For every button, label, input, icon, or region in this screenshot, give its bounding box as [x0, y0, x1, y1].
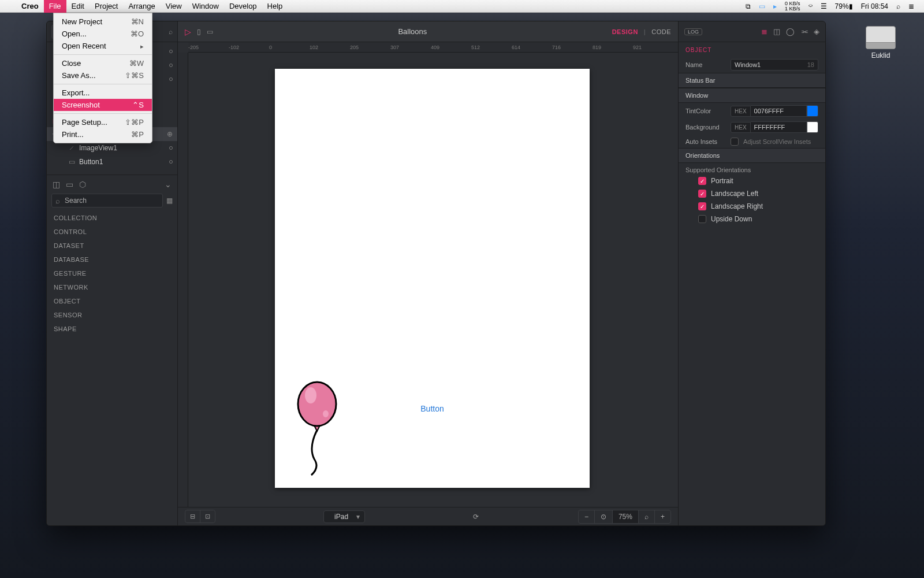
name-input[interactable]: Window118 — [731, 59, 818, 71]
zoom-in-button[interactable]: + — [655, 510, 670, 523]
menu-close[interactable]: Close⌘W — [54, 57, 152, 69]
network-stats: 0 KB/s1 KB/s — [781, 1, 804, 12]
inspector-tab-style-icon[interactable]: ◯ — [786, 27, 795, 36]
rotate-icon[interactable]: ⟳ — [473, 513, 479, 521]
dropbox-icon[interactable]: ⧉ — [742, 2, 755, 10]
balloon-image[interactable] — [297, 378, 349, 476]
menu-develop[interactable]: Develop — [224, 0, 262, 13]
canvas-button[interactable]: Button — [420, 404, 444, 413]
cat-object[interactable]: OBJECT — [54, 298, 170, 305]
zoom-fit-button[interactable]: ⊙ — [595, 510, 613, 523]
menu-save-as[interactable]: Save As...⇧⌘S — [54, 69, 152, 81]
device-selector[interactable]: iPad — [323, 510, 365, 523]
align-buttons[interactable]: ⊟⊡ — [185, 510, 215, 523]
document-title: Balloons — [219, 27, 606, 36]
cat-gesture[interactable]: GESTURE — [54, 270, 170, 277]
zoom-out-button[interactable]: − — [579, 510, 595, 523]
palette-search-input[interactable]: Search — [51, 194, 163, 208]
cat-sensor[interactable]: SENSOR — [54, 312, 170, 318]
tint-hex-input[interactable]: 0076FFFF — [751, 105, 807, 117]
object-header: OBJECT — [679, 42, 825, 57]
canvas-area[interactable]: -205-1020102205307409512614716819921 But… — [178, 42, 678, 507]
inspector-tab-list-icon[interactable]: ≣ — [761, 27, 767, 36]
bg-swatch[interactable] — [807, 121, 818, 133]
play-status-icon[interactable]: ▸ — [769, 2, 781, 10]
creo-app-window: ◧ ⌕ ▣Balloon2 ▣Balloon3 ▣Balloon4 ◯Globa… — [46, 21, 826, 526]
cat-database[interactable]: DATABASE — [54, 256, 170, 263]
menu-file[interactable]: File — [44, 0, 66, 13]
menu-export[interactable]: Export... — [54, 87, 152, 99]
cat-control[interactable]: CONTROL — [54, 228, 170, 235]
orient-landscape-right[interactable]: ✓Landscape Right — [679, 200, 825, 213]
cat-shape[interactable]: SHAPE — [54, 325, 170, 332]
orientations-section[interactable]: Orientations — [679, 148, 825, 163]
palette-tab-2[interactable]: ▭ — [66, 180, 73, 189]
menu-open-recent[interactable]: Open Recent — [54, 40, 152, 52]
cat-collection[interactable]: COLLECTION — [54, 214, 170, 221]
canvas-panel: ▷ ▯ ▭ Balloons DESIGN | CODE -205-102010… — [178, 21, 678, 525]
zoom-value[interactable]: 75% — [613, 510, 639, 523]
cat-network[interactable]: NETWORK — [54, 284, 170, 291]
inspector-tab-link-icon[interactable]: ⫘ — [800, 27, 808, 36]
inspector-tab-eye-icon[interactable]: ◈ — [814, 27, 819, 36]
menu-separator — [54, 113, 152, 114]
menu-help[interactable]: Help — [262, 0, 288, 13]
orient-landscape-left[interactable]: ✓Landscape Left — [679, 187, 825, 200]
window-section[interactable]: Window — [679, 88, 825, 103]
menu-separator — [54, 54, 152, 55]
orient-portrait[interactable]: ✓Portrait — [679, 175, 825, 187]
desktop-disk[interactable]: Euklid — [860, 26, 901, 60]
wifi-icon[interactable]: ⌔ — [804, 2, 817, 10]
menu-print[interactable]: Print...⌘P — [54, 128, 152, 140]
file-menu-dropdown: New Project⌘N Open...⌘O Open Recent Clos… — [53, 13, 152, 143]
autoinsets-checkbox[interactable] — [731, 138, 739, 146]
chevron-down-icon[interactable]: ⌄ — [165, 180, 172, 189]
monitor-icon[interactable]: ▭ — [755, 2, 769, 10]
search-icon[interactable]: ⌕ — [169, 28, 173, 36]
statusbar-section[interactable]: Status Bar — [679, 73, 825, 88]
log-button[interactable]: LOG — [684, 28, 702, 35]
svg-point-1 — [298, 382, 336, 426]
grid-icon[interactable]: ▦ — [166, 197, 173, 205]
control-center-icon[interactable]: ☰ — [817, 2, 831, 10]
align-h-icon[interactable]: ⊟ — [185, 510, 200, 523]
device-tablet-icon[interactable]: ▭ — [207, 28, 213, 36]
menu-page-setup[interactable]: Page Setup...⇧⌘P — [54, 116, 152, 128]
orient-upside-down[interactable]: Upside Down — [679, 213, 825, 225]
checkbox-checked-icon: ✓ — [698, 190, 706, 198]
menu-project[interactable]: Project — [90, 0, 123, 13]
tree-item-button1[interactable]: ▭Button1 — [47, 155, 177, 169]
spotlight-icon[interactable]: ⌕ — [892, 2, 904, 10]
clock[interactable]: Fri 08:54 — [857, 2, 892, 10]
battery-status[interactable]: 79% ▮ — [831, 2, 857, 10]
palette-tab-3[interactable]: ⬡ — [79, 180, 86, 189]
menu-new-project[interactable]: New Project⌘N — [54, 16, 152, 28]
mac-menubar: Creo File Edit Project Arrange View Wind… — [0, 0, 924, 13]
notifications-icon[interactable]: ≣ — [904, 2, 918, 10]
cat-dataset[interactable]: DATASET — [54, 242, 170, 249]
play-button[interactable]: ▷ — [185, 27, 191, 36]
component-palette: ◫ ▭ ⬡ ⌄ Search ▦ COLLECTION CONTROL DATA… — [47, 175, 177, 525]
bg-hex-input[interactable]: FFFFFFFF — [751, 121, 807, 133]
align-v-icon[interactable]: ⊡ — [200, 510, 215, 523]
menu-arrange[interactable]: Arrange — [123, 0, 160, 13]
menu-screenshot[interactable]: Screenshot⌃S — [54, 99, 152, 111]
canvas-topbar: ▷ ▯ ▭ Balloons DESIGN | CODE — [178, 21, 678, 42]
menu-view[interactable]: View — [161, 0, 187, 13]
menu-window[interactable]: Window — [187, 0, 224, 13]
device-phone-icon[interactable]: ▯ — [197, 28, 201, 36]
palette-tab-1[interactable]: ◫ — [53, 180, 60, 189]
mode-code[interactable]: CODE — [651, 28, 671, 35]
menu-open[interactable]: Open...⌘O — [54, 28, 152, 40]
add-icon[interactable]: ⊕ — [167, 130, 173, 138]
tint-swatch[interactable] — [807, 105, 818, 117]
menu-edit[interactable]: Edit — [66, 0, 90, 13]
inspector-tab-layout-icon[interactable]: ◫ — [773, 27, 780, 36]
tintcolor-label: TintColor — [685, 108, 726, 114]
svg-point-3 — [323, 410, 329, 417]
artboard-window1[interactable]: Button — [275, 69, 590, 488]
button-icon: ▭ — [68, 158, 76, 166]
mode-design[interactable]: DESIGN — [612, 28, 638, 35]
zoom-reset-button[interactable]: ⌕ — [639, 510, 655, 523]
menu-app[interactable]: Creo — [16, 0, 44, 13]
